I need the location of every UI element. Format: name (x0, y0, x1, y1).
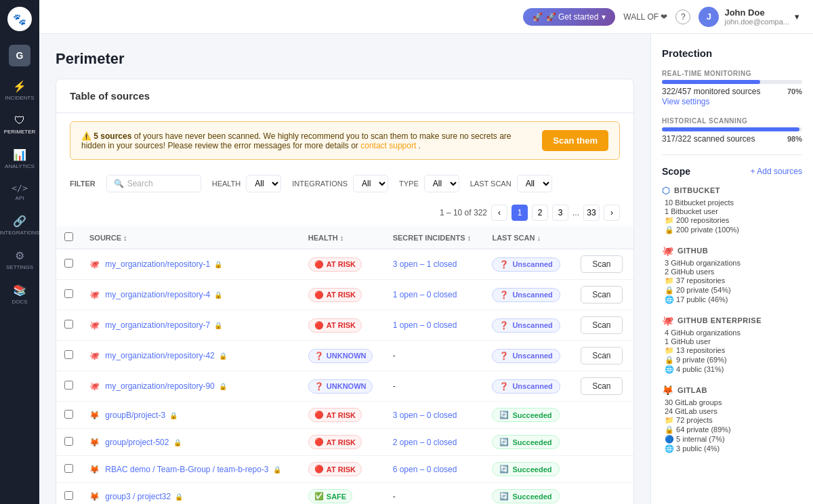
settings-icon: ⚙ (15, 249, 24, 262)
realtime-stat: 322/457 monitored sources (662, 87, 760, 96)
github-enterprise-icon: 🐙 (662, 315, 673, 326)
row-checkbox[interactable] (64, 259, 73, 268)
provider-gitlab: 🦊 GITLAB 30 GitLab groups 24 GitLab user… (662, 385, 802, 453)
github-icon: 🐙 (89, 351, 100, 360)
get-started-button[interactable]: 🚀 🚀 Get started ▾ (523, 8, 616, 26)
incidents-link[interactable]: 2 open – 0 closed (393, 438, 457, 447)
lastscan-filter-label: LAST SCAN (470, 180, 512, 188)
unknown-icon: ❓ (314, 382, 324, 391)
lock-icon: 🔒 (273, 466, 281, 474)
table-row: 🦊 group3 / project32 🔒 ✅SAFE - 🔄Succeede… (56, 483, 633, 505)
row-checkbox[interactable] (64, 437, 73, 446)
sidebar-item-label: PERIMETER (4, 129, 36, 135)
warning-text: ⚠️ 5 sources of yours have never been sc… (81, 131, 534, 150)
page-33-button[interactable]: 33 (583, 205, 600, 221)
unknown-icon: ❓ (314, 352, 324, 360)
next-page-button[interactable]: › (604, 205, 620, 221)
sidebar-item-label: API (16, 195, 24, 201)
source-name[interactable]: my_organization/repository-7 (105, 320, 210, 330)
user-info[interactable]: J John Doe john.doe@compa... ▾ (699, 7, 799, 27)
scope-divider (662, 154, 802, 155)
type-filter-select[interactable]: All (424, 175, 459, 192)
api-icon: </> (12, 183, 27, 193)
row-checkbox[interactable] (64, 381, 73, 390)
sidebar-item-perimeter[interactable]: 🛡 PERIMETER (0, 108, 39, 142)
source-name[interactable]: group/project-502 (105, 438, 169, 447)
unscanned-icon: ❓ (499, 321, 509, 330)
sidebar-item-docs[interactable]: 📚 DOCS (0, 277, 39, 312)
add-sources-button[interactable]: + Add sources (751, 167, 802, 176)
source-name[interactable]: my_organization/repository-4 (105, 290, 210, 299)
row-checkbox[interactable] (64, 320, 73, 329)
gitlab-icon: 🦊 (89, 465, 100, 474)
historical-bar-bg (662, 127, 802, 131)
select-all-checkbox[interactable] (64, 232, 73, 241)
page-3-button[interactable]: 3 (552, 205, 568, 221)
source-name[interactable]: group3 / project32 (105, 492, 171, 501)
page-2-button[interactable]: 2 (532, 205, 548, 221)
sidebar-item-api[interactable]: </> API (0, 176, 39, 208)
sidebar-org[interactable]: G (9, 45, 30, 66)
risk-icon: 🔴 (314, 438, 324, 446)
filter-label: FILTER (70, 180, 96, 188)
source-name[interactable]: my_organization/repository-42 (105, 351, 214, 360)
prev-page-button[interactable]: ‹ (491, 205, 507, 221)
warning-icon: ⚠️ (81, 131, 91, 141)
lock-icon: 🔒 (219, 352, 227, 360)
historical-scanning: HISTORICAL SCANNING 317/322 scanned sour… (662, 117, 802, 144)
gitlab-icon: 🦊 (89, 492, 100, 501)
realtime-bar-fill (662, 80, 760, 84)
sidebar-item-analytics[interactable]: 📊 ANALYTICS (0, 142, 39, 176)
wall-of-button[interactable]: WALL OF ❤ (623, 12, 667, 22)
incidents-link[interactable]: 1 open – 0 closed (393, 290, 457, 299)
scan-button[interactable]: Scan (581, 286, 622, 303)
incidents-empty: - (393, 381, 396, 391)
realtime-monitoring: REAL-TIME MONITORING 322/457 monitored s… (662, 70, 802, 106)
gitlab-icon: 🦊 (89, 411, 100, 420)
row-checkbox[interactable] (64, 350, 73, 359)
contact-support-link[interactable]: contact support (360, 141, 416, 150)
source-name[interactable]: my_organization/repository-90 (105, 381, 214, 391)
incidents-link[interactable]: 3 open – 1 closed (393, 259, 457, 269)
sidebar-item-settings[interactable]: ⚙ SETTINGS (0, 243, 39, 277)
scan-button[interactable]: Scan (581, 255, 622, 273)
scan-button[interactable]: Scan (581, 347, 622, 364)
gitlab-icon: 🦊 (89, 438, 100, 447)
incidents-link[interactable]: 1 open – 0 closed (393, 320, 457, 330)
incidents-link[interactable]: 6 open – 0 closed (393, 465, 457, 474)
source-name[interactable]: my_organization/repository-1 (105, 259, 210, 269)
search-input[interactable]: 🔍 Search (106, 175, 201, 192)
health-filter-select[interactable]: All (246, 175, 281, 192)
health-badge: 🔴AT RISK (308, 408, 362, 422)
row-checkbox[interactable] (64, 289, 73, 298)
page-1-button[interactable]: 1 (512, 205, 528, 221)
scan-button[interactable]: Scan (581, 377, 622, 395)
sidebar-item-incidents[interactable]: ⚡ INCIDENTS (0, 73, 39, 108)
scan-button[interactable]: Scan (581, 316, 622, 334)
row-checkbox[interactable] (64, 491, 73, 500)
incidents-link[interactable]: 3 open – 0 closed (393, 411, 457, 420)
type-filter-group: TYPE All (399, 175, 459, 192)
source-name[interactable]: RBAC demo / Team-B-Group / team-b-repo-3 (105, 465, 268, 474)
lock-icon: 🔒 (214, 291, 222, 299)
col-source: SOURCE ↕ (81, 226, 300, 249)
help-icon[interactable]: ? (675, 9, 690, 24)
protection-title: Protection (662, 47, 802, 59)
sidebar-item-integrations[interactable]: 🔗 INTEGRATIONS (0, 208, 39, 243)
table-row: 🐙 my_organization/repository-1 🔒 🔴AT RIS… (56, 249, 633, 280)
scan-them-button[interactable]: Scan them (542, 130, 608, 151)
row-checkbox[interactable] (64, 464, 73, 473)
view-settings-link[interactable]: View settings (662, 97, 709, 106)
sidebar-item-label: INTEGRATIONS (0, 230, 40, 236)
source-name[interactable]: groupB/project-3 (105, 411, 165, 420)
github-enterprise-name: GITHUB ENTERPRISE (678, 316, 762, 324)
get-started-label: 🚀 Get started (546, 12, 599, 22)
sidebar-item-label: ANALYTICS (5, 163, 35, 169)
historical-percent: 98% (787, 135, 802, 143)
lastscan-filter-select[interactable]: All (517, 175, 552, 192)
table-row: 🐙 my_organization/repository-4 🔒 🔴AT RIS… (56, 280, 633, 310)
health-badge: ❓UNKNOWN (308, 349, 373, 363)
integrations-filter-select[interactable]: All (353, 175, 388, 192)
row-checkbox[interactable] (64, 410, 73, 419)
health-badge: 🔴AT RISK (308, 288, 362, 302)
